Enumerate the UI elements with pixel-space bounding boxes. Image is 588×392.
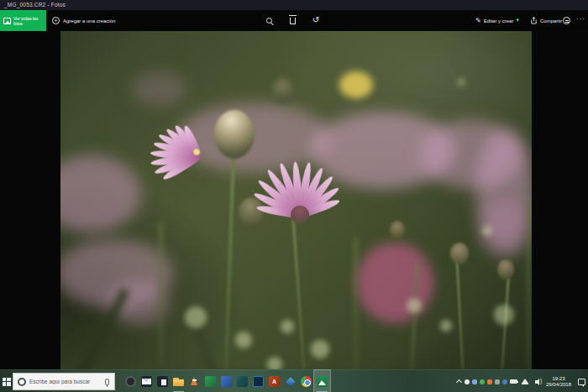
cloud-icon — [465, 379, 470, 384]
action-center-button[interactable] — [575, 370, 588, 392]
window-title: _MG_0053.CR2 - Fotos — [4, 2, 66, 8]
magnifier-icon — [266, 18, 272, 24]
taskbar-item-mail[interactable] — [139, 370, 155, 392]
photos-collection-icon — [3, 18, 11, 24]
zoom-button[interactable] — [262, 13, 276, 27]
excel-icon — [205, 376, 216, 387]
taskbar-item-cortana-circle[interactable] — [123, 370, 139, 392]
taskbar-item-word[interactable] — [218, 370, 234, 392]
share-icon — [530, 17, 538, 24]
taskbar-item-vlc[interactable] — [186, 370, 202, 392]
clock-time: 19:23 — [552, 376, 564, 382]
trash-icon — [290, 18, 296, 24]
volume-indicator[interactable] — [530, 370, 543, 392]
taskbar-search[interactable] — [13, 373, 115, 390]
plus-circle-icon: + — [52, 17, 60, 24]
rotate-icon: ↺ — [312, 16, 319, 24]
tray-blue-status[interactable] — [501, 370, 508, 392]
battery-indicator[interactable] — [508, 370, 519, 392]
photos-app-icon — [317, 376, 328, 387]
chrome-icon — [301, 376, 312, 387]
share-button[interactable]: Compartir — [530, 10, 562, 31]
word-icon — [221, 376, 232, 387]
cortana-circle-icon — [125, 376, 136, 387]
photo-canvas[interactable] — [60, 31, 532, 369]
photos-app-window: _MG_0053.CR2 - Fotos Ver todas las fotos… — [0, 0, 588, 392]
edit-create-label: Editar y crear — [484, 18, 514, 24]
clock-date: 29/04/2018 — [546, 382, 571, 388]
chevron-down-icon: ▾ — [516, 18, 519, 23]
view-all-label: Ver todas las fotos — [13, 16, 46, 26]
tray-shield[interactable] — [470, 370, 478, 392]
taskbar-item-illustrator[interactable]: A — [266, 370, 282, 392]
add-to-creation-button[interactable]: + Agregar a una creación — [52, 10, 115, 31]
delete-button[interactable] — [286, 13, 299, 27]
rotate-button[interactable]: ↺ — [309, 13, 323, 27]
notes-app-icon — [157, 376, 168, 387]
gray-status-icon — [495, 379, 500, 384]
photoshop-icon — [253, 376, 264, 387]
windows-taskbar: A 19:23 29/04/2018 — [0, 369, 588, 392]
view-all-photos-button[interactable]: Ver todas las fotos — [0, 10, 46, 31]
orange-status-icon — [487, 379, 492, 384]
app-toolbar: Ver todas las fotos + Agregar a una crea… — [0, 10, 588, 31]
windows-logo-icon — [3, 378, 11, 386]
action-center-icon — [578, 379, 585, 385]
blue-status-icon — [502, 379, 507, 384]
taskbar-item-diamond-app[interactable] — [282, 370, 298, 392]
taskbar-item-notes[interactable] — [155, 370, 171, 392]
photo-vignette — [60, 31, 532, 369]
teal-app-icon — [237, 376, 248, 387]
tray-green-status[interactable] — [478, 370, 486, 392]
illustrator-icon: A — [269, 376, 280, 387]
edit-and-create-button[interactable]: ✎ Editar y crear ▾ — [475, 10, 519, 31]
network-indicator[interactable] — [519, 370, 530, 392]
tray-gray-status[interactable] — [493, 370, 501, 392]
start-button[interactable] — [0, 370, 13, 392]
add-creation-label: Agregar a una creación — [63, 18, 115, 24]
taskbar-app-icons: A — [123, 370, 330, 392]
taskbar-item-photoshop[interactable] — [250, 370, 266, 392]
battery-icon — [510, 379, 517, 384]
volume-icon — [535, 380, 538, 384]
share-label: Compartir — [540, 18, 562, 24]
mail-icon — [141, 376, 152, 387]
taskbar-item-file-explorer[interactable] — [171, 370, 186, 392]
search-input[interactable] — [29, 379, 105, 384]
green-status-icon — [480, 379, 485, 384]
taskbar-item-photos-active[interactable] — [314, 370, 330, 392]
wifi-icon — [521, 379, 529, 384]
vlc-icon — [189, 376, 200, 387]
file-explorer-icon — [173, 376, 184, 387]
tray-cloud[interactable] — [463, 370, 470, 392]
taskbar-item-chrome[interactable] — [298, 370, 314, 392]
taskbar-clock[interactable]: 19:23 29/04/2018 — [543, 370, 575, 392]
microphone-icon — [105, 379, 109, 385]
cortana-icon — [18, 378, 26, 386]
see-more-button[interactable]: ··· — [576, 15, 585, 23]
title-bar: _MG_0053.CR2 - Fotos — [0, 0, 588, 10]
print-icon[interactable] — [563, 17, 570, 24]
tray-orange-status[interactable] — [486, 370, 493, 392]
photo-viewer — [0, 31, 588, 369]
chevron-up-icon — [456, 379, 462, 385]
hidden-icons-button[interactable] — [455, 370, 463, 392]
taskbar-item-teal-app[interactable] — [234, 370, 250, 392]
system-tray: 19:23 29/04/2018 — [455, 370, 588, 392]
diamond-app-icon — [285, 376, 296, 387]
edit-pencil-icon: ✎ — [475, 17, 481, 25]
taskbar-item-excel[interactable] — [202, 370, 218, 392]
shield-icon — [472, 379, 477, 384]
